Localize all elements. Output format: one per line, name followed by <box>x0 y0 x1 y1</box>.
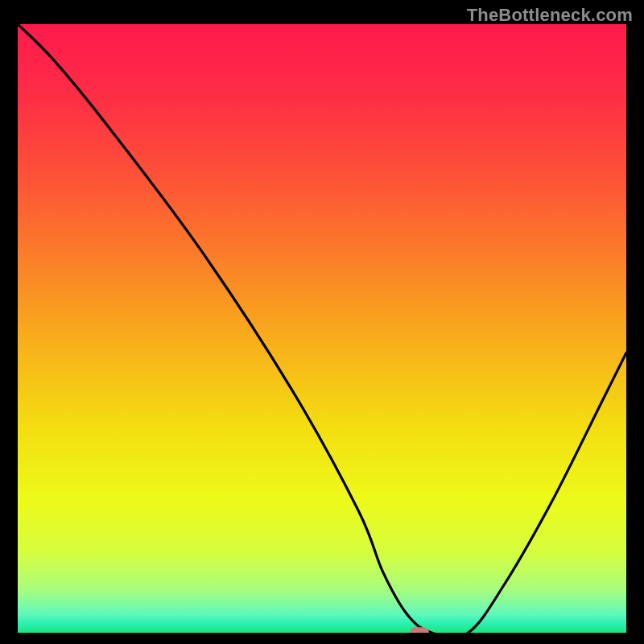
chart-background <box>18 24 626 633</box>
chart-frame: TheBottleneck.com <box>0 0 644 644</box>
watermark-text: TheBottleneck.com <box>467 5 633 26</box>
bottleneck-chart <box>18 24 626 633</box>
optimal-marker <box>410 627 429 633</box>
